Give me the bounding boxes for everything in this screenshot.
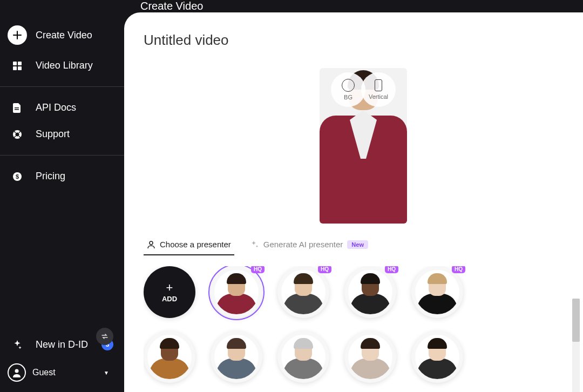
sidebar-item-label: Support	[36, 129, 70, 140]
sparkles-icon	[250, 240, 259, 249]
video-preview: BG Vertical	[320, 68, 407, 224]
add-label: ADD	[162, 295, 177, 303]
presenter-card[interactable]	[344, 331, 396, 383]
svg-point-7	[16, 132, 19, 136]
scrollbar[interactable]	[572, 299, 580, 392]
person-icon	[147, 240, 155, 249]
presenter-card[interactable]: HQ	[344, 266, 396, 318]
presenter-avatar	[281, 335, 326, 379]
svg-rect-4	[15, 107, 19, 109]
sidebar-item-label: Create Video	[36, 30, 92, 41]
sidebar-item-video-library[interactable]: Video Library	[0, 52, 124, 79]
background-button[interactable]: BG	[331, 72, 365, 107]
hq-badge: HQ	[251, 266, 265, 273]
bg-label: BG	[344, 94, 352, 100]
user-menu[interactable]: Guest ▼	[0, 358, 124, 387]
presenter-avatar	[415, 335, 459, 379]
presenter-tabs: Choose a presenter Generate AI presenter…	[144, 234, 583, 255]
presenter-card[interactable]	[211, 331, 262, 383]
sidebar-item-create-video[interactable]: Create Video	[0, 18, 124, 52]
presenter-card[interactable]: HQ	[411, 266, 463, 318]
svg-point-11	[150, 241, 153, 245]
presenter-grid: +ADDHQHQHQHQ	[144, 266, 583, 392]
presenter-avatar	[281, 270, 326, 314]
svg-rect-2	[13, 66, 17, 70]
presenter-card[interactable]	[277, 331, 329, 383]
user-avatar-icon	[8, 363, 26, 382]
divider	[0, 155, 124, 156]
scrollbar-thumb[interactable]	[572, 299, 580, 342]
plus-icon	[8, 25, 27, 45]
arrow-switch-icon	[101, 333, 109, 340]
sidebar-item-label: Pricing	[36, 171, 65, 182]
svg-rect-0	[13, 62, 17, 65]
page-title: Create Video	[140, 0, 203, 12]
plus-icon: +	[166, 282, 173, 294]
presenter-avatar	[415, 270, 459, 314]
hq-badge: HQ	[452, 266, 465, 273]
sidebar-item-label: API Docs	[36, 102, 76, 113]
presenter-avatar	[147, 335, 192, 379]
sidebar-item-label: New in D-ID	[36, 339, 88, 350]
presenter-card[interactable]: HQ	[211, 266, 262, 318]
presenter-avatar	[214, 335, 259, 379]
chevron-down-icon: ▼	[104, 370, 109, 376]
document-icon	[8, 103, 27, 113]
presenter-avatar	[348, 270, 392, 314]
sidebar-item-support[interactable]: Support	[0, 121, 124, 147]
dollar-icon: $	[8, 172, 27, 181]
presenter-avatar	[214, 270, 259, 314]
video-title-input[interactable]: Untitled video	[144, 32, 583, 49]
svg-text:$: $	[16, 173, 19, 180]
divider	[0, 86, 124, 87]
new-badge: New	[347, 240, 368, 249]
add-presenter-button[interactable]: +ADD	[144, 266, 195, 318]
presenter-card[interactable]	[144, 331, 195, 383]
circle-icon	[342, 79, 355, 92]
hq-badge: HQ	[385, 266, 398, 273]
sidebar: Create Video Video Library API Docs	[0, 12, 124, 392]
sidebar-item-label: Video Library	[36, 60, 93, 71]
orientation-label: Vertical	[369, 93, 388, 100]
tab-label: Choose a presenter	[160, 240, 231, 249]
presenter-card[interactable]	[411, 331, 463, 383]
sidebar-item-pricing[interactable]: $ Pricing	[0, 163, 124, 190]
grid-icon	[8, 61, 27, 71]
user-name: Guest	[32, 368, 56, 377]
tab-generate-ai[interactable]: Generate AI presenter New	[247, 234, 371, 255]
portrait-icon	[375, 79, 382, 91]
orientation-button[interactable]: Vertical	[361, 72, 396, 107]
expand-sidebar-button[interactable]	[96, 328, 113, 345]
presenter-avatar	[348, 335, 392, 379]
svg-rect-1	[18, 62, 22, 65]
tab-choose-presenter[interactable]: Choose a presenter	[144, 234, 234, 255]
sparkle-icon	[8, 340, 27, 349]
hq-badge: HQ	[318, 266, 331, 273]
svg-rect-3	[18, 66, 22, 70]
lifebuoy-icon	[8, 130, 27, 139]
svg-rect-5	[15, 109, 19, 110]
presenter-card[interactable]: HQ	[277, 266, 329, 318]
sidebar-item-api-docs[interactable]: API Docs	[0, 94, 124, 121]
main-panel: Untitled video BG Vertical	[124, 12, 583, 392]
tab-label: Generate AI presenter	[263, 240, 343, 249]
svg-point-10	[15, 369, 19, 373]
